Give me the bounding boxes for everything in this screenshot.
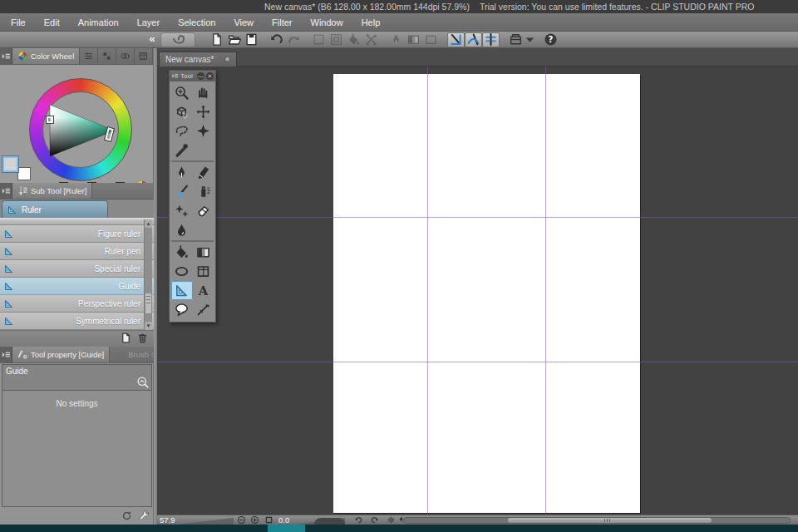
reset-settings-icon[interactable]: [121, 510, 133, 522]
subtool-item-symmetrical-ruler[interactable]: Symmetrical ruler: [0, 313, 154, 330]
tool-selection[interactable]: [171, 121, 193, 140]
panel-menu-button[interactable]: [0, 48, 12, 64]
horizontal-scrollbar[interactable]: [403, 517, 791, 524]
layer-selection-button[interactable]: [422, 32, 440, 47]
scroll-down-icon[interactable]: ▼: [145, 322, 152, 330]
tool-move[interactable]: [193, 102, 214, 121]
sv-triangle[interactable]: [49, 101, 116, 160]
minimize-icon[interactable]: —: [197, 72, 204, 80]
snap-to-ruler-button[interactable]: [447, 32, 465, 47]
tab-color-slider-tab[interactable]: [80, 48, 98, 64]
subtool-group-ruler[interactable]: Ruler: [2, 200, 108, 218]
tool-eraser[interactable]: [193, 201, 214, 220]
menu-view[interactable]: View: [224, 15, 263, 30]
rotation-dial[interactable]: [314, 518, 345, 525]
settings-wrench-icon[interactable]: [138, 510, 150, 522]
tab-tool-property[interactable]: Tool property [Guide]: [12, 347, 110, 362]
canvas-tab[interactable]: New canvas*: [159, 52, 237, 66]
rotate-right-icon[interactable]: [370, 515, 379, 525]
tool-decoration[interactable]: [171, 201, 193, 220]
subtool-item-figure-ruler[interactable]: Figure ruler: [0, 225, 154, 243]
guide-horizontal-1[interactable]: [157, 217, 798, 218]
menu-file[interactable]: File: [2, 15, 35, 30]
subtool-item-ruler-pen[interactable]: Ruler pen: [0, 243, 154, 260]
guide-vertical-1[interactable]: [427, 66, 428, 515]
tool-text[interactable]: A: [193, 281, 214, 300]
subtool-item-clipped[interactable]: Curve ruler: [0, 219, 154, 225]
fill-selection-button[interactable]: [345, 32, 362, 47]
guide-vertical-2[interactable]: [545, 66, 546, 515]
guide-horizontal-2[interactable]: [157, 362, 798, 362]
tool-pen[interactable]: [171, 163, 193, 182]
workspace-dropdown-button[interactable]: [525, 32, 534, 47]
background-color-swatch[interactable]: [17, 167, 31, 180]
menu-help[interactable]: Help: [352, 15, 390, 30]
tab-color-set-tab[interactable]: [98, 48, 116, 64]
tool-eyedropper[interactable]: [171, 140, 193, 160]
subtool-item-guide[interactable]: Guide: [0, 278, 154, 295]
collapse-panel-button[interactable]: «: [145, 32, 159, 46]
menu-layer[interactable]: Layer: [128, 15, 170, 30]
scroll-up-icon[interactable]: ▲: [145, 219, 152, 228]
menu-animation[interactable]: Animation: [69, 15, 128, 30]
panel-menu-button[interactable]: [0, 347, 12, 362]
rotate-left-icon[interactable]: [354, 515, 363, 525]
tool-fill[interactable]: [171, 243, 193, 262]
tool-ruler[interactable]: [171, 281, 193, 300]
marquee-frame-button[interactable]: [328, 32, 345, 47]
panel-menu-button[interactable]: [0, 183, 12, 199]
tab-color-approx-tab[interactable]: [135, 48, 153, 64]
tool-airbrush[interactable]: [193, 182, 214, 201]
tool-palette-titlebar[interactable]: Tool — ✕: [170, 71, 215, 81]
undo-button[interactable]: [268, 32, 285, 47]
snap-to-grid-button[interactable]: [482, 32, 500, 47]
layer-gradient-button[interactable]: [405, 32, 422, 47]
foreground-color-swatch[interactable]: [2, 156, 18, 172]
zoom-slider[interactable]: [179, 517, 234, 525]
canvas-page[interactable]: [333, 74, 640, 513]
panel-menu-icon[interactable]: [171, 72, 179, 80]
tool-operation[interactable]: [171, 102, 193, 121]
redo-button[interactable]: [285, 32, 303, 47]
menu-edit[interactable]: Edit: [35, 15, 69, 30]
save-file-button[interactable]: [243, 32, 260, 47]
snap-to-special-ruler-button[interactable]: [465, 32, 482, 47]
new-file-button[interactable]: [208, 32, 225, 47]
tab-color-wheel[interactable]: Color Wheel: [12, 48, 80, 64]
layer-pen-button[interactable]: [387, 32, 405, 47]
help-button[interactable]: ?: [542, 32, 559, 47]
zoom-out-icon[interactable]: [237, 515, 246, 525]
transform-button[interactable]: [362, 32, 380, 47]
tool-figure[interactable]: [171, 262, 193, 281]
tool-pencil[interactable]: [193, 163, 214, 182]
marquee-dots-button[interactable]: [310, 32, 328, 47]
subtool-detail-icon[interactable]: [136, 376, 150, 389]
tool-frame-border[interactable]: [193, 262, 214, 281]
tool-correct-line[interactable]: [193, 300, 214, 319]
menu-selection[interactable]: Selection: [169, 15, 224, 30]
canvas-viewport[interactable]: [157, 66, 798, 515]
tab-close-icon[interactable]: [224, 57, 230, 62]
open-file-button[interactable]: [225, 32, 243, 47]
tool-brush[interactable]: [171, 182, 193, 201]
subtool-item-perspective-ruler[interactable]: Perspective ruler: [0, 295, 154, 313]
menu-filter[interactable]: Filter: [263, 15, 301, 30]
sv-marker[interactable]: [47, 116, 53, 123]
subtool-scrollbar[interactable]: ▲ ▼: [144, 219, 152, 330]
tool-hand[interactable]: [193, 83, 214, 102]
tab-sub-tool[interactable]: Sub Tool [Ruler]: [12, 183, 92, 199]
menu-window[interactable]: Window: [302, 15, 352, 30]
tool-zoom[interactable]: [171, 83, 193, 102]
zoom-in-icon[interactable]: [250, 515, 259, 525]
tab-brush-size[interactable]: Brush Size: [110, 347, 153, 362]
tool-gradient[interactable]: [193, 243, 214, 262]
delete-subtool-icon[interactable]: [136, 332, 149, 344]
tool-auto-select[interactable]: [193, 121, 214, 140]
clip-studio-logo-button[interactable]: [160, 32, 195, 47]
tab-color-mix-tab[interactable]: [116, 48, 135, 64]
subtool-item-special-ruler[interactable]: Special ruler: [0, 260, 154, 278]
create-subtool-icon[interactable]: [120, 332, 132, 344]
scrollbar-thumb[interactable]: [508, 518, 712, 523]
tool-balloon[interactable]: [171, 300, 193, 319]
fit-to-screen-icon[interactable]: [264, 515, 273, 525]
